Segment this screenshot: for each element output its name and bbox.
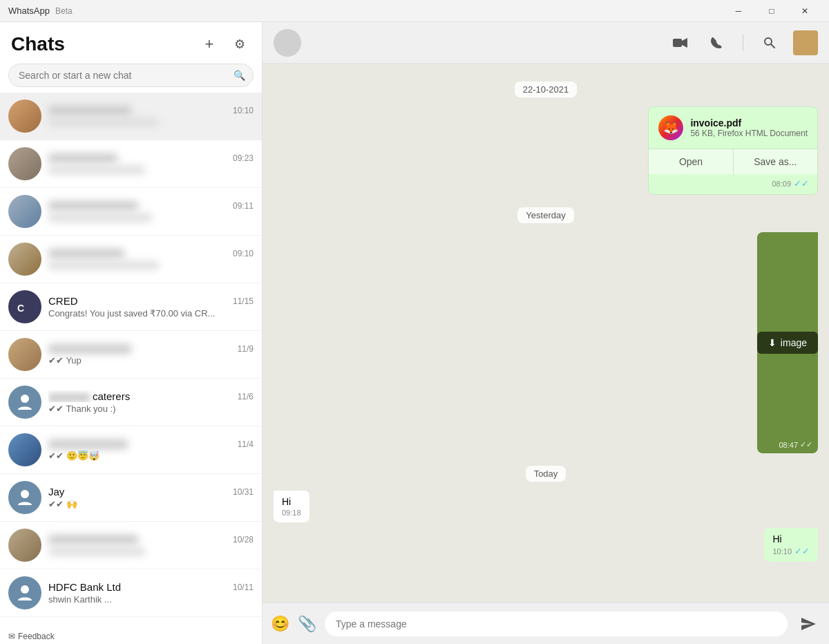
list-item[interactable]: 09:10 [0,236,262,283]
chat-name [48,249,124,258]
voice-call-icon[interactable] [704,30,729,55]
message-time: 08:09 ✓✓ [657,178,809,189]
avatar [8,529,41,562]
list-item[interactable]: HDFC Bank Ltd 10/11 shwin Karthik ... [0,569,262,617]
chat-time: 10/28 [233,535,254,544]
chat-info: HDFC Bank Ltd 10/11 shwin Karthik ... [48,581,254,605]
chat-name [48,106,131,115]
list-item[interactable]: 09:11 [0,188,262,236]
chat-preview: ✔✔ Thank you :) [48,404,254,414]
message-row: ⬇ image 08:47 ✓✓ [274,232,818,453]
message-input[interactable] [325,612,788,636]
list-item[interactable]: 10:10 [0,93,262,140]
chat-time: 10/31 [233,487,254,497]
list-item[interactable]: 10/28 [0,522,262,569]
avatar [8,338,41,371]
chat-header-avatar [274,29,301,57]
image-time: 08:47 ✓✓ [779,440,812,449]
pdf-save-button[interactable]: Save as... [734,149,817,174]
chat-info: 11/9 ✔✔ Yup [48,344,254,366]
close-button[interactable]: ✕ [789,0,821,22]
list-item[interactable]: 09:23 [0,140,262,188]
titlebar: WhatsApp Beta ─ □ ✕ [0,0,829,22]
chat-list: 10:10 09:23 [0,93,262,644]
chat-name: Jay [48,486,64,498]
sidebar-title: Chats [11,33,65,55]
image-message[interactable]: ⬇ image 08:47 ✓✓ [757,232,818,453]
avatar [8,243,41,276]
new-chat-button[interactable]: + [198,33,220,55]
feedback-bar[interactable]: ✉ Feedback [0,629,63,644]
avatar [8,147,41,180]
list-item[interactable]: Jay 10/31 ✔✔ 🙌 [0,474,262,522]
list-item[interactable]: 11/9 ✔✔ Yup [0,331,262,379]
download-icon: ⬇ [768,337,776,348]
app-name: WhatsApp [8,6,50,16]
list-item[interactable]: 11/4 ✔✔ 🙂😇🤯 [0,426,262,474]
chat-info: caterers 11/6 ✔✔ Thank you :) [48,390,254,414]
feedback-label: Feedback [18,632,55,641]
svg-line-7 [771,44,774,48]
pdf-name: invoice.pdf [690,117,808,129]
chat-name [48,439,128,449]
more-options-icon[interactable] [793,30,818,55]
chat-header-icons [668,30,818,55]
list-item[interactable]: caterers 11/6 ✔✔ Thank you :) [0,379,262,426]
pdf-open-button[interactable]: Open [649,149,732,174]
send-button[interactable] [796,612,821,636]
attach-icon[interactable]: 📎 [298,615,316,633]
titlebar-controls: ─ □ ✕ [723,0,821,22]
chat-info: 10:10 [48,106,254,126]
chat-preview: Congrats! You just saved ₹70.00 via CR..… [48,308,254,319]
chat-info: CRED 11/15 Congrats! You just saved ₹70.… [48,295,254,319]
titlebar-left: WhatsApp Beta [8,6,73,16]
message-bubble: Hi 10:10 ✓✓ [764,528,818,562]
chat-preview [48,547,145,556]
video-call-icon[interactable] [668,30,693,55]
chat-window: 22-10-2021 🦊 invoice.pdf 56 KB, Firefox … [263,22,829,644]
pdf-header: 🦊 invoice.pdf 56 KB, Firefox HTML Docume… [649,107,817,149]
main-container: Chats + ⚙ 🔍 10:10 [0,22,829,644]
svg-marker-5 [682,38,687,48]
header-divider [743,35,743,51]
svg-point-2 [21,490,29,498]
message-time: 10:10 ✓✓ [772,546,810,556]
chat-info: 09:23 [48,153,254,174]
search-bar-container: 🔍 [8,64,254,87]
chat-info: 09:11 [48,201,254,222]
feedback-email-icon: ✉ [8,632,15,641]
message-row: Hi 09:18 [274,491,818,522]
search-input[interactable] [8,64,254,87]
chat-name [48,201,138,211]
chat-info: 11/4 ✔✔ 🙂😇🤯 [48,439,254,461]
chat-time: 11/6 [238,392,254,401]
pdf-size: 56 KB, Firefox HTML Document [690,129,808,138]
chat-name [48,535,138,544]
image-download-button[interactable]: ⬇ image [757,332,818,354]
date-divider-today: Today [274,467,818,480]
pdf-actions: Open Save as... [649,149,817,174]
chat-name: HDFC Bank Ltd [48,581,121,593]
chat-time: 10:10 [233,106,254,115]
message-row: Hi 10:10 ✓✓ [274,528,818,562]
search-chat-icon[interactable] [757,30,782,55]
minimize-button[interactable]: ─ [723,0,754,22]
message-row: 🦊 invoice.pdf 56 KB, Firefox HTML Docume… [274,106,818,195]
input-bar: 😊 📎 [263,603,829,644]
settings-button[interactable]: ⚙ [229,33,251,55]
svg-rect-4 [673,39,682,47]
svg-point-3 [21,585,29,594]
avatar [8,195,41,228]
chat-header-left [274,29,301,57]
avatar [8,433,41,466]
avatar [8,576,41,609]
maximize-button[interactable]: □ [756,0,788,22]
emoji-icon[interactable]: 😊 [271,615,289,633]
date-divider-yesterday: Yesterday [274,209,818,221]
chat-info: Jay 10/31 ✔✔ 🙌 [48,486,254,509]
chat-time: 11/9 [238,344,254,354]
chat-name: CRED [48,295,78,307]
chat-time: 09:23 [233,153,254,163]
avatar [8,100,41,133]
list-item[interactable]: C CRED 11/15 Congrats! You just saved ₹7… [0,283,262,331]
